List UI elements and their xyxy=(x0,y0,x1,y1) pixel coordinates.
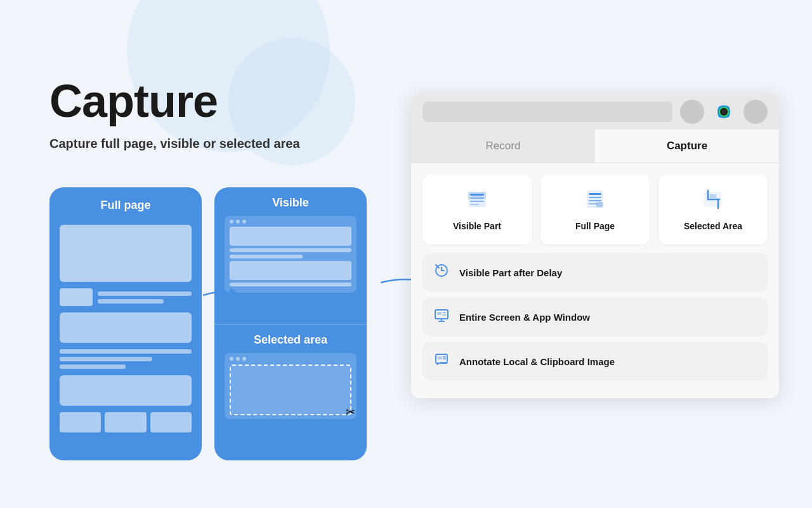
svg-rect-10 xyxy=(589,193,601,195)
browser-dot1 xyxy=(230,220,233,224)
full-page-icon-svg xyxy=(584,188,606,211)
camera-icon-btn xyxy=(712,100,736,124)
btn-full-page-label: Full Page xyxy=(575,221,615,231)
phone1-cell2 xyxy=(105,412,146,432)
tab-capture[interactable]: Capture xyxy=(595,130,779,163)
svg-rect-7 xyxy=(470,204,479,205)
svg-rect-6 xyxy=(470,201,484,202)
phone1-row1 xyxy=(60,288,192,306)
phone1-mid xyxy=(60,312,192,343)
svg-point-2 xyxy=(721,109,726,114)
tab-record-label: Record xyxy=(486,140,521,152)
browser-dot2 xyxy=(236,220,240,224)
panel-content: Visible Part Full Page xyxy=(411,163,779,398)
phone1-cell1 xyxy=(60,412,101,432)
phone1-lines xyxy=(98,291,192,304)
screen-icon xyxy=(433,307,450,326)
phone-fullpage: Full page xyxy=(49,187,202,460)
phone1-line1 xyxy=(98,291,192,296)
browser-block1 xyxy=(230,227,351,246)
btn-annotate[interactable]: Annotate Local & Clipboard Image xyxy=(422,342,768,380)
browser-line1 xyxy=(230,248,351,252)
svg-rect-11 xyxy=(589,197,601,198)
svg-rect-19 xyxy=(710,194,716,198)
tab-capture-label: Capture xyxy=(667,140,707,152)
btn-selected-area-label: Selected Area xyxy=(684,221,742,231)
browser-btn-gray2 xyxy=(743,100,768,124)
camera-icon-svg xyxy=(714,102,734,122)
svg-rect-28 xyxy=(438,356,442,359)
mockups-row: Full page Visible xyxy=(49,187,367,460)
browser-chrome-bar xyxy=(411,94,779,130)
btn-selected-area[interactable]: Selected Area xyxy=(658,175,768,244)
phone1-line2 xyxy=(98,299,164,304)
phone1-mid2 xyxy=(60,375,192,406)
browser2-dot3 xyxy=(242,357,246,361)
btn-delay-label: Visible Part after Delay xyxy=(459,267,562,278)
left-section: Capture Capture full page, visible or se… xyxy=(49,76,300,151)
phone2-visible-label: Visible xyxy=(225,196,357,210)
phone1-big-block xyxy=(60,225,192,282)
browser-btn-gray1 xyxy=(680,100,704,124)
btn-entire-screen[interactable]: Entire Screen & App Window xyxy=(422,298,768,336)
capture-top-row: Visible Part Full Page xyxy=(422,175,768,244)
phone2-selected-label: Selected area xyxy=(225,333,357,347)
right-panel: Record Capture Visi xyxy=(411,94,779,398)
phone-visible-selected: Visible Selected area xyxy=(214,187,367,460)
scissors-icon: ✂ xyxy=(346,405,355,419)
browser2-dot2 xyxy=(236,357,240,361)
browser-dot3 xyxy=(242,220,246,224)
btn-annotate-label: Annotate Local & Clipboard Image xyxy=(459,356,615,367)
browser-block2 xyxy=(230,261,351,280)
phone1-bottom xyxy=(60,412,192,432)
phone2-browser xyxy=(225,216,357,293)
delay-icon-svg xyxy=(434,263,449,278)
svg-rect-8 xyxy=(468,192,486,199)
visible-part-icon xyxy=(466,188,488,216)
full-page-icon xyxy=(584,188,606,216)
btn-delay[interactable]: Visible Part after Delay xyxy=(422,253,768,291)
tab-row: Record Capture xyxy=(411,130,779,163)
browser-line3 xyxy=(230,283,351,286)
browser2-dot1 xyxy=(230,357,233,361)
phone2-selected-section: Selected area ✂ xyxy=(214,324,367,461)
svg-rect-14 xyxy=(596,202,603,207)
page-title: Capture xyxy=(49,76,300,126)
tab-record[interactable]: Record xyxy=(411,130,595,163)
url-bar xyxy=(422,102,672,122)
svg-rect-13 xyxy=(589,203,598,204)
phone1-line5 xyxy=(60,364,126,369)
phone2-browser2-topbar xyxy=(230,357,351,361)
btn-visible-part-label: Visible Part xyxy=(453,221,501,231)
svg-rect-26 xyxy=(443,314,446,316)
annotate-icon-svg xyxy=(434,352,449,367)
phone1-line4 xyxy=(60,357,152,361)
btn-entire-screen-label: Entire Screen & App Window xyxy=(459,312,590,323)
page-subtitle: Capture full page, visible or selected a… xyxy=(49,137,300,151)
selected-area-icon xyxy=(702,188,724,216)
selected-area-icon-svg xyxy=(702,188,724,211)
svg-rect-12 xyxy=(589,200,601,201)
phone1-cell3 xyxy=(150,412,192,432)
phone1-linegroup xyxy=(60,349,192,369)
annotate-icon xyxy=(433,352,450,371)
phone1-label: Full page xyxy=(60,199,192,212)
browser-line2 xyxy=(230,255,303,258)
phone1-small-block xyxy=(60,288,93,306)
svg-rect-24 xyxy=(437,312,442,315)
phone2-browser2: ✂ xyxy=(225,353,357,419)
visible-part-icon-svg xyxy=(466,188,488,211)
svg-rect-25 xyxy=(443,312,446,313)
screen-icon-svg xyxy=(434,307,449,323)
selected-area-dashed-box: ✂ xyxy=(230,364,351,415)
btn-visible-part[interactable]: Visible Part xyxy=(422,175,532,244)
phone1-line3 xyxy=(60,349,192,354)
delay-icon xyxy=(433,263,450,282)
btn-full-page[interactable]: Full Page xyxy=(540,175,650,244)
phone2-browser-topbar xyxy=(230,220,351,224)
phone2-visible-section: Visible xyxy=(214,187,367,324)
